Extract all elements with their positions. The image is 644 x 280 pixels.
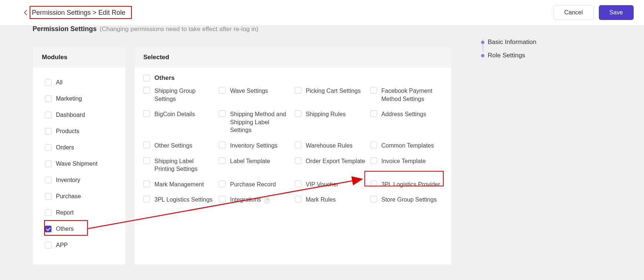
checkbox-icon[interactable] [370, 110, 377, 117]
checkbox-icon[interactable] [219, 110, 226, 117]
module-label: Products [56, 128, 79, 135]
checkbox-icon[interactable] [370, 142, 377, 148]
help-icon[interactable]: ? [264, 198, 270, 203]
modules-panel-header: Modules [33, 47, 126, 68]
permission-item-store-group-settings[interactable]: Store Group Settings [370, 196, 442, 204]
permission-label: Address Settings [381, 110, 426, 118]
module-item-all[interactable]: All [38, 74, 120, 91]
permission-item-picking-cart-settings[interactable]: Picking Cart Settings [295, 87, 367, 103]
permission-label: Shipping Group Settings [154, 87, 215, 103]
back-arrow-icon[interactable] [22, 9, 30, 16]
checkbox-icon[interactable] [143, 196, 150, 202]
module-item-marketing[interactable]: Marketing [38, 91, 120, 107]
module-item-purchase[interactable]: Purchase [38, 188, 120, 205]
checkbox-icon[interactable] [143, 181, 150, 187]
checkbox-icon[interactable] [219, 142, 226, 148]
checkbox-icon[interactable] [370, 196, 377, 202]
permission-item-shipping-label-printing-settings[interactable]: Shipping Label Printing Settings [143, 157, 215, 173]
permission-item-purchase-record[interactable]: Purchase Record [219, 181, 291, 189]
permission-item-wave-settings[interactable]: Wave Settings [219, 87, 291, 103]
permission-item-bigcoin-details[interactable]: BigCoin Details [143, 110, 215, 134]
permission-item-vip-voucher[interactable]: VIP Voucher [295, 181, 367, 189]
checkbox-icon[interactable] [370, 87, 377, 94]
checkbox-icon[interactable] [143, 110, 150, 117]
checkbox-icon[interactable] [45, 177, 51, 183]
module-label: APP [56, 242, 68, 249]
checkbox-icon[interactable] [45, 209, 51, 216]
permission-label: Warehouse Rules [306, 142, 353, 150]
permissions-grid: Shipping Group SettingsWave SettingsPick… [143, 87, 442, 204]
module-item-wave-shipment[interactable]: Wave Shipment [38, 156, 120, 172]
checkbox-icon[interactable] [295, 110, 301, 117]
checkbox-icon[interactable] [370, 157, 377, 164]
anchor-dot-icon [481, 41, 484, 44]
module-item-products[interactable]: Products [38, 123, 120, 139]
checkbox-icon[interactable] [295, 181, 301, 187]
main-left: Permission Settings (Changing permission… [0, 25, 466, 265]
permission-item-integrations[interactable]: Integrations ? [219, 196, 291, 204]
permission-label: Mark Rules [306, 196, 336, 204]
permission-item-3pl-logistics-settings[interactable]: 3PL Logistics Settings [143, 196, 215, 204]
checkbox-icon[interactable] [45, 144, 51, 151]
permission-item-common-templates[interactable]: Common Templates [370, 142, 442, 150]
save-button[interactable]: Save [599, 5, 634, 20]
anchor-item-role-settings[interactable]: Role Settings [488, 49, 629, 62]
permission-label: Inventory Settings [230, 142, 277, 150]
module-item-inventory[interactable]: Inventory [38, 172, 120, 188]
checkbox-icon[interactable] [45, 161, 51, 167]
permission-label: Shipping Rules [306, 110, 346, 118]
checkbox-icon[interactable] [295, 157, 301, 164]
anchor-dot-icon [481, 54, 484, 57]
checkbox-icon[interactable] [370, 181, 377, 187]
permission-item-other-settings[interactable]: Other Settings [143, 142, 215, 150]
checkbox-icon[interactable] [143, 142, 150, 148]
selected-group-header[interactable]: Others [143, 74, 442, 87]
checkbox-icon[interactable] [45, 226, 51, 232]
module-item-app[interactable]: APP [38, 237, 120, 253]
module-item-dashboard[interactable]: Dashboard [38, 107, 120, 123]
permission-item-mark-rules[interactable]: Mark Rules [295, 196, 367, 204]
permission-item-address-settings[interactable]: Address Settings [370, 110, 442, 134]
checkbox-icon[interactable] [45, 128, 51, 135]
anchor-label: Basic Information [488, 38, 536, 46]
checkbox-icon[interactable] [45, 242, 51, 249]
checkbox-icon[interactable] [143, 75, 150, 81]
checkbox-icon[interactable] [295, 142, 301, 148]
checkbox-icon[interactable] [45, 112, 51, 118]
permission-item-mark-management[interactable]: Mark Management [143, 181, 215, 189]
permission-label: Label Template [230, 157, 270, 165]
module-label: Purchase [56, 193, 81, 200]
checkbox-icon[interactable] [219, 181, 226, 187]
anchor-item-basic-information[interactable]: Basic Information [488, 36, 629, 49]
checkbox-icon[interactable] [295, 196, 301, 202]
cancel-button[interactable]: Cancel [554, 5, 594, 20]
permission-item-3pl-logistics-provider[interactable]: 3PL Logistics Provider [370, 181, 442, 189]
permission-label: Mark Management [154, 181, 204, 189]
permission-item-shipping-method-and-shipping-label-settings[interactable]: Shipping Method and Shipping Label Setti… [219, 110, 291, 134]
permission-item-shipping-rules[interactable]: Shipping Rules [295, 110, 367, 134]
checkbox-icon[interactable] [219, 157, 226, 164]
checkbox-icon[interactable] [45, 193, 51, 200]
modules-list: AllMarketingDashboardProductsOrdersWave … [33, 68, 126, 264]
checkbox-icon[interactable] [45, 79, 51, 86]
module-label: Report [56, 209, 74, 216]
permission-label: Wave Settings [230, 87, 268, 95]
permission-item-order-export-template[interactable]: Order Export Template [295, 157, 367, 173]
checkbox-icon[interactable] [45, 95, 51, 102]
checkbox-icon[interactable] [295, 87, 301, 94]
module-item-orders[interactable]: Orders [38, 139, 120, 156]
permission-item-shipping-group-settings[interactable]: Shipping Group Settings [143, 87, 215, 103]
permission-item-facebook-payment-method-settings[interactable]: Facebook Payment Method Settings [370, 87, 442, 103]
section-subtitle: (Changing permissions need to take effec… [100, 26, 258, 33]
checkbox-icon[interactable] [219, 87, 226, 94]
checkbox-icon[interactable] [143, 87, 150, 94]
checkbox-icon[interactable] [219, 196, 226, 202]
module-item-report[interactable]: Report [38, 205, 120, 221]
module-item-others[interactable]: Others [38, 221, 120, 237]
checkbox-icon[interactable] [143, 157, 150, 164]
permission-item-label-template[interactable]: Label Template [219, 157, 291, 173]
permission-item-inventory-settings[interactable]: Inventory Settings [219, 142, 291, 150]
permission-label: VIP Voucher [306, 181, 339, 189]
permission-item-invoice-template[interactable]: Invoice Template [370, 157, 442, 173]
permission-item-warehouse-rules[interactable]: Warehouse Rules [295, 142, 367, 150]
